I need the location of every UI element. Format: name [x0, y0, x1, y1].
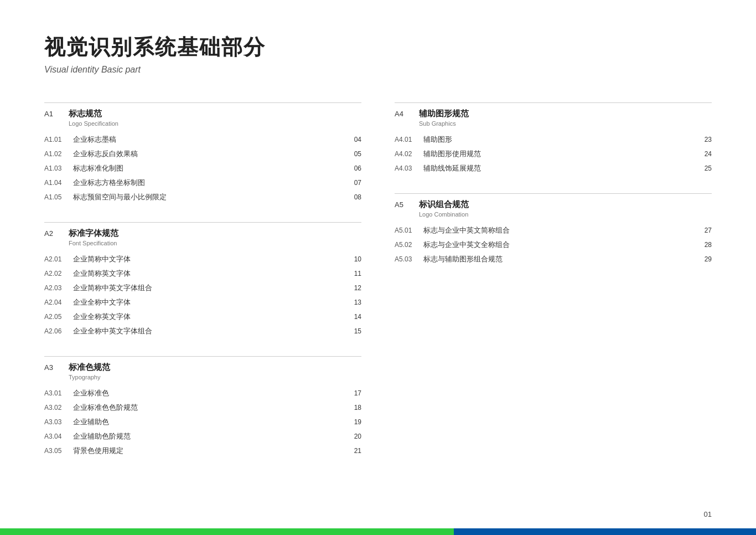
item-code: A1.04: [44, 179, 73, 187]
section-header: A4辅助图形规范Sub Graphics: [395, 102, 712, 127]
item-code: A1.05: [44, 193, 73, 201]
item-name: 辅助图形: [423, 135, 698, 145]
table-row: A1.05标志预留空间与最小比例限定08: [44, 190, 361, 204]
section-a5: A5标识组合规范Logo CombinationA5.01标志与企业中英文简称组…: [395, 193, 712, 266]
item-page: 14: [348, 313, 361, 321]
section-header: A1标志规范Logo Specification: [44, 102, 361, 127]
items-table: A2.01企业简称中文字体10A2.02企业简称英文字体11A2.03企业简称中…: [44, 252, 361, 338]
table-row: A3.04企业辅助色阶规范20: [44, 429, 361, 444]
table-row: A5.01标志与企业中英文简称组合27: [395, 223, 712, 238]
item-page: 25: [698, 164, 712, 172]
item-page: 12: [348, 284, 361, 292]
item-code: A1.02: [44, 150, 73, 158]
item-code: A4.02: [395, 150, 423, 158]
section-title-zh: 标准色规范: [69, 362, 110, 373]
item-page: 20: [348, 433, 361, 440]
section-title: 标准色规范Typography: [69, 362, 110, 380]
item-code: A3.02: [44, 404, 73, 411]
table-row: A2.04企业全称中文字体13: [44, 295, 361, 310]
item-page: 29: [698, 255, 712, 263]
item-name: 企业全称中英文字体组合: [73, 326, 348, 336]
item-name: 背景色使用规定: [73, 446, 348, 456]
item-code: A2.05: [44, 313, 73, 321]
section-title-en: Logo Combination: [419, 211, 469, 218]
table-row: A3.05背景色使用规定21: [44, 444, 361, 458]
page-title-en: Visual identity Basic part: [44, 65, 712, 75]
item-code: A5.03: [395, 255, 423, 263]
section-title-en: Font Specification: [69, 240, 118, 246]
item-name: 标志与企业中英文简称组合: [423, 225, 698, 235]
item-code: A5.01: [395, 227, 423, 234]
section-id: A2: [44, 229, 62, 238]
items-table: A3.01企业标准色17A3.02企业标准色色阶规范18A3.03企业辅助色19…: [44, 386, 361, 458]
item-code: A2.04: [44, 299, 73, 306]
section-id: A3: [44, 363, 62, 372]
section-title: 辅助图形规范Sub Graphics: [419, 109, 469, 127]
item-name: 企业辅助色阶规范: [73, 431, 348, 441]
item-code: A3.05: [44, 447, 73, 455]
items-table: A1.01企业标志墨稿04A1.02企业标志反白效果稿05A1.03标志标准化制…: [44, 132, 361, 204]
item-page: 04: [348, 136, 361, 143]
section-header: A2标准字体规范Font Specification: [44, 222, 361, 246]
section-id: A5: [395, 200, 412, 209]
item-page: 24: [698, 150, 712, 158]
header: 视觉识别系统基础部分 Visual identity Basic part: [44, 33, 712, 75]
item-code: A2.01: [44, 255, 73, 263]
item-name: 企业简称中文字体: [73, 254, 348, 264]
bottom-bar-green: [0, 528, 454, 535]
section-a2: A2标准字体规范Font SpecificationA2.01企业简称中文字体1…: [44, 222, 361, 338]
section-title: 标志规范Logo Specification: [69, 109, 118, 127]
item-name: 企业辅助色: [73, 417, 348, 427]
table-row: A4.01辅助图形23: [395, 132, 712, 147]
section-title-en: Logo Specification: [69, 120, 118, 127]
item-page: 11: [348, 270, 361, 277]
section-title-zh: 标志规范: [69, 109, 118, 119]
item-name: 企业简称英文字体: [73, 269, 348, 279]
table-row: A2.05企业全称英文字体14: [44, 310, 361, 324]
item-name: 企业标准色色阶规范: [73, 403, 348, 413]
item-page: 23: [698, 136, 712, 143]
item-page: 18: [348, 404, 361, 411]
section-a3: A3标准色规范TypographyA3.01企业标准色17A3.02企业标准色色…: [44, 356, 361, 458]
item-page: 15: [348, 327, 361, 335]
item-name: 企业简称中英文字体组合: [73, 283, 348, 293]
item-code: A1.01: [44, 136, 73, 143]
item-code: A3.03: [44, 418, 73, 426]
bottom-bar-blue: [454, 528, 756, 535]
table-row: A2.01企业简称中文字体10: [44, 252, 361, 266]
table-row: A1.03标志标准化制图06: [44, 161, 361, 176]
section-id: A4: [395, 110, 412, 118]
item-code: A3.01: [44, 389, 73, 397]
table-row: A1.01企业标志墨稿04: [44, 132, 361, 147]
item-name: 企业全称中文字体: [73, 297, 348, 307]
item-page: 05: [348, 150, 361, 158]
section-header: A5标识组合规范Logo Combination: [395, 193, 712, 218]
item-page: 13: [348, 299, 361, 306]
item-code: A3.04: [44, 433, 73, 440]
section-title-en: Sub Graphics: [419, 120, 469, 127]
item-name: 企业标志方格坐标制图: [73, 178, 348, 188]
section-title-zh: 标识组合规范: [419, 199, 469, 210]
section-title-zh: 标准字体规范: [69, 228, 118, 239]
item-name: 企业全称英文字体: [73, 312, 348, 322]
item-page: 06: [348, 164, 361, 172]
item-code: A5.02: [395, 241, 423, 249]
section-a1: A1标志规范Logo SpecificationA1.01企业标志墨稿04A1.…: [44, 102, 361, 204]
table-row: A5.03标志与辅助图形组合规范29: [395, 252, 712, 266]
page-container: 视觉识别系统基础部分 Visual identity Basic part A1…: [0, 0, 756, 535]
item-code: A2.06: [44, 327, 73, 335]
item-page: 07: [348, 179, 361, 187]
table-row: A1.04企业标志方格坐标制图07: [44, 176, 361, 190]
table-row: A1.02企业标志反白效果稿05: [44, 147, 361, 161]
item-name: 标志标准化制图: [73, 163, 348, 173]
item-name: 企业标志墨稿: [73, 135, 348, 145]
section-a4: A4辅助图形规范Sub GraphicsA4.01辅助图形23A4.02辅助图形…: [395, 102, 712, 176]
section-header: A3标准色规范Typography: [44, 356, 361, 380]
table-row: A4.02辅助图形使用规范24: [395, 147, 712, 161]
section-title-en: Typography: [69, 374, 110, 380]
item-code: A4.03: [395, 164, 423, 172]
section-id: A1: [44, 110, 62, 118]
item-code: A1.03: [44, 164, 73, 172]
table-row: A3.01企业标准色17: [44, 386, 361, 400]
item-page: 10: [348, 255, 361, 263]
